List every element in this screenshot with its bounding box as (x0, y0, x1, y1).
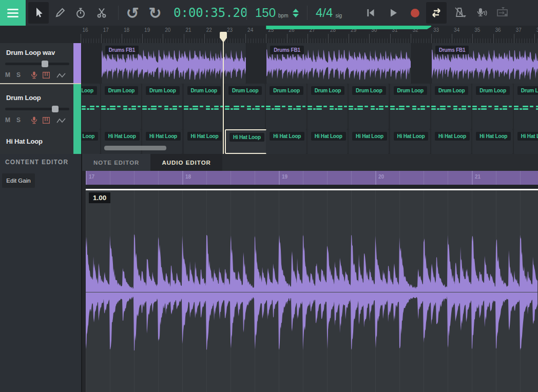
editor-bar-number: 20 (378, 174, 384, 180)
midi-clip[interactable]: Hi Hat Loop (81, 129, 100, 154)
ruler-minor-tick (99, 38, 99, 43)
pencil-tool-button[interactable] (50, 2, 70, 24)
midi-clip[interactable]: Hi Hat Loop (514, 129, 538, 154)
lane-scrollbar-thumb[interactable] (104, 146, 166, 150)
midi-clip[interactable]: Hi Hat Loop (266, 129, 306, 154)
instrument-button[interactable] (43, 71, 50, 81)
ruler-minor-tick (178, 38, 179, 43)
stepper-down-icon[interactable] (293, 14, 299, 17)
audio-clip[interactable]: Drums FB1 (101, 43, 246, 84)
instrument-button[interactable] (43, 116, 50, 126)
scissors-tool-button[interactable] (91, 2, 112, 24)
audio-clip[interactable]: Drums FB1 (431, 43, 538, 84)
edit-gain-button[interactable]: Edit Gain (2, 173, 35, 188)
automation-button[interactable] (56, 116, 66, 126)
editor-ruler-gap (86, 185, 538, 189)
midi-clip[interactable]: Drum Loop (349, 84, 389, 129)
midi-clip-selected[interactable]: Hi Hat Loop (225, 129, 267, 154)
ruler-minor-tick (522, 38, 522, 43)
midi-clip[interactable]: Drum Loop (81, 84, 100, 129)
bpm-value[interactable]: 150 (255, 6, 276, 20)
ruler-minor-tick (281, 38, 282, 43)
midi-clip[interactable]: Drum Loop (390, 84, 430, 129)
midi-note (371, 106, 375, 107)
track-header-hi-hat-loop[interactable]: Hi Hat Loop (0, 129, 73, 154)
menu-button[interactable] (0, 0, 26, 26)
midi-clip[interactable]: Hi Hat Loop (308, 129, 348, 154)
routing-button[interactable] (492, 2, 512, 24)
midi-clip[interactable]: Drum Loop (142, 84, 182, 129)
track-lane-drum-loop-wav[interactable]: Drums FB1Drums FB1Drums FB1 (81, 43, 538, 84)
volume-slider-thumb[interactable] (52, 106, 59, 112)
midi-clip[interactable]: Drum Loop (266, 84, 306, 129)
mic-monitor-button[interactable] (471, 2, 492, 24)
midi-note (255, 108, 260, 110)
redo-button[interactable]: ↻ (145, 2, 165, 24)
cursor-tool-button[interactable] (28, 2, 49, 24)
mute-button[interactable]: M (5, 116, 10, 124)
midi-clip[interactable]: Drum Loop (225, 84, 265, 129)
volume-slider[interactable] (5, 63, 69, 65)
mute-button[interactable]: M (5, 71, 10, 79)
editor-beat-line (158, 171, 159, 185)
midi-note (296, 108, 301, 110)
midi-clip[interactable]: Drum Loop (514, 84, 538, 129)
signature-value[interactable]: 4/4 (316, 6, 333, 20)
track-lane-hi-hat-loop[interactable]: Hi Hat LoopHi Hat LoopHi Hat LoopHi Hat … (81, 129, 538, 154)
arrange-timeline-ruler[interactable]: 1617181920212223242526272829303132333435… (0, 26, 538, 44)
midi-note (214, 106, 219, 107)
midi-note (453, 108, 457, 110)
audio-editor-ruler[interactable]: 1718192021 (86, 171, 538, 185)
clip-label: Drum Loop (394, 86, 428, 95)
metronome-button[interactable] (450, 2, 470, 24)
midi-clip[interactable]: Hi Hat Loop (184, 129, 224, 154)
midi-clip[interactable]: Hi Hat Loop (390, 129, 430, 154)
tab-note-editor[interactable]: NOTE EDITOR (82, 154, 150, 171)
midi-clip[interactable]: Hi Hat Loop (431, 129, 471, 154)
stopwatch-tool-button[interactable] (70, 2, 91, 24)
solo-button[interactable]: S (16, 71, 21, 79)
midi-note (275, 108, 280, 110)
track-lane-drum-loop[interactable]: Drum LoopDrum LoopDrum LoopDrum LoopDrum… (81, 84, 538, 129)
editor-beat-line (230, 171, 231, 185)
clip-label: Drum Loop (311, 86, 345, 95)
record-button[interactable] (405, 2, 425, 24)
undo-button[interactable]: ↺ (122, 2, 143, 24)
volume-slider[interactable] (5, 108, 69, 110)
gain-envelope-line[interactable] (86, 189, 538, 190)
solo-button[interactable]: S (16, 116, 21, 124)
automation-button[interactable] (56, 71, 66, 81)
midi-clip[interactable]: Hi Hat Loop (472, 129, 512, 154)
bpm-stepper[interactable] (293, 9, 299, 17)
ruler-bar-tick (142, 34, 143, 43)
volume-slider-thumb[interactable] (42, 61, 48, 67)
midi-clip[interactable]: Hi Hat Loop (349, 129, 389, 154)
midi-clip[interactable]: Drum Loop (472, 84, 512, 129)
editor-beat-line (303, 171, 303, 185)
audio-editor-waveform-area[interactable] (86, 189, 538, 392)
record-arm-button[interactable] (31, 71, 37, 81)
track-header-drum-loop[interactable]: Drum Loop M S (0, 84, 73, 129)
midi-clip[interactable]: Drum Loop (308, 84, 348, 129)
track-header-drum-loop-wav[interactable]: Drum Loop wav M S (0, 43, 73, 84)
stepper-up-icon[interactable] (293, 9, 299, 12)
ruler-minor-tick (418, 38, 419, 43)
midi-clip[interactable]: Drum Loop (101, 84, 141, 129)
midi-note (164, 108, 168, 110)
ruler-bar-tick (122, 34, 122, 43)
editor-bar-number: 17 (89, 174, 94, 180)
ruler-minor-tick (313, 38, 313, 43)
midi-note (399, 108, 405, 110)
record-arm-button[interactable] (31, 116, 37, 126)
ruler-minor-tick (490, 38, 491, 43)
play-button[interactable] (383, 2, 404, 24)
midi-clip[interactable]: Drum Loop (184, 84, 224, 129)
tab-audio-editor[interactable]: AUDIO EDITOR (150, 154, 222, 171)
midi-clip[interactable]: Drum Loop (431, 84, 471, 129)
loop-region-bar[interactable] (266, 26, 431, 29)
ruler-minor-tick (263, 38, 264, 43)
skip-to-start-button[interactable] (360, 2, 381, 24)
ruler-minor-tick (524, 38, 525, 43)
audio-clip[interactable]: Drums FB1 (266, 43, 411, 84)
loop-toggle-button[interactable] (426, 2, 447, 24)
